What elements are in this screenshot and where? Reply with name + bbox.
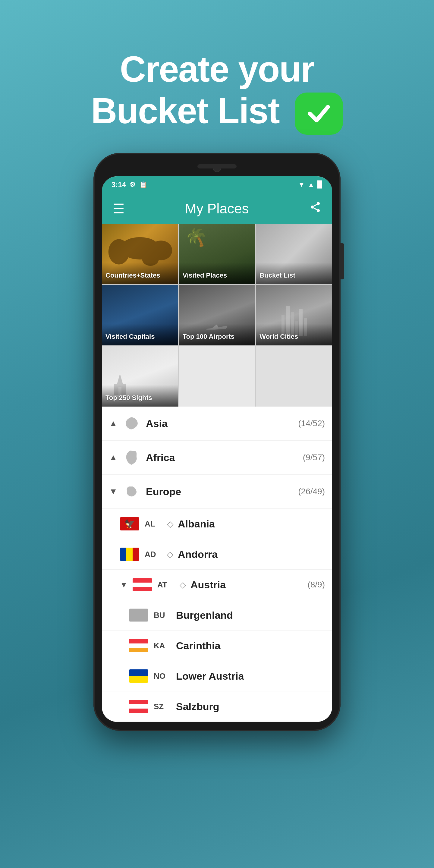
grid-item-airports[interactable]: Top 100 Airports xyxy=(179,285,255,345)
austria-diamond-icon: ◇ xyxy=(180,580,186,590)
hero-section: Create your Bucket List xyxy=(0,24,434,135)
lower-austria-name: Lower Austria xyxy=(176,670,325,682)
list-item-burgenland[interactable]: BU Burgenland xyxy=(102,600,332,630)
africa-name: Africa xyxy=(146,452,303,464)
svg-point-0 xyxy=(317,202,320,205)
svg-line-3 xyxy=(313,208,317,210)
carinthia-name: Carinthia xyxy=(176,640,325,652)
list-item-andorra[interactable]: AD ◇ Andorra xyxy=(102,539,332,569)
carinthia-code: KA xyxy=(154,641,172,650)
share-icon[interactable] xyxy=(309,201,321,216)
battery-icon: ▉ xyxy=(317,181,322,189)
grid-item-visited[interactable]: 🌴 Visited Places xyxy=(179,224,255,284)
grid-item-capitals[interactable]: Visited Capitals xyxy=(102,285,178,345)
list-item-albania[interactable]: AL ◇ Albania xyxy=(102,509,332,539)
list-item-europe[interactable]: ▼ Europe (26/49) xyxy=(102,475,332,509)
albania-flag xyxy=(120,517,139,530)
asia-arrow: ▲ xyxy=(109,418,118,428)
salzburg-code: SZ xyxy=(154,702,172,711)
asia-name: Asia xyxy=(146,418,298,430)
albania-diamond-icon: ◇ xyxy=(167,519,174,529)
phone-frame: 3:14 ⚙ 📋 ▼ ▲ ▉ ☰ My Places xyxy=(93,153,341,731)
sights-overlay: Top 250 Sights xyxy=(102,385,178,407)
burgenland-flag xyxy=(129,609,148,622)
cities-label: World Cities xyxy=(259,333,329,341)
carinthia-flag xyxy=(129,639,148,652)
grid-item-sights[interactable]: Top 250 Sights xyxy=(102,346,178,407)
europe-count: (26/49) xyxy=(298,487,325,496)
andorra-code: AD xyxy=(145,550,163,559)
capitals-overlay: Visited Capitals xyxy=(102,324,178,345)
wifi-icon: ▼ xyxy=(298,181,305,189)
airports-overlay: Top 100 Airports xyxy=(179,324,255,345)
grid-placeholder-1 xyxy=(179,346,255,407)
hero-title: Create your Bucket List xyxy=(0,48,434,135)
hero-line1: Create your xyxy=(120,49,314,89)
phone-speaker xyxy=(197,164,237,168)
albania-code: AL xyxy=(145,519,163,529)
europe-arrow: ▼ xyxy=(109,487,118,496)
africa-arrow: ▲ xyxy=(109,453,118,462)
austria-code: AT xyxy=(157,580,176,590)
andorra-flag xyxy=(120,548,139,561)
list-item-austria[interactable]: ▼ AT ◇ Austria (8/9) xyxy=(102,569,332,600)
bucket-overlay: Bucket List xyxy=(256,262,332,284)
austria-count: (8/9) xyxy=(307,580,325,590)
austria-flag xyxy=(133,578,152,591)
salzburg-name: Salzburg xyxy=(176,701,325,712)
grid-item-bucket[interactable]: Bucket List xyxy=(256,224,332,284)
hamburger-menu-icon[interactable]: ☰ xyxy=(113,201,124,216)
grid-item-cities[interactable]: World Cities xyxy=(256,285,332,345)
list-item-lower-austria[interactable]: NO Lower Austria xyxy=(102,661,332,691)
category-grid: Countries+States 🌴 Visited Places Bucket… xyxy=(102,224,332,407)
phone-mockup: 3:14 ⚙ 📋 ▼ ▲ ▉ ☰ My Places xyxy=(93,153,341,731)
salzburg-flag xyxy=(129,700,148,713)
asia-icon xyxy=(123,415,140,432)
signal-icon: ▲ xyxy=(308,181,314,189)
list-item-carinthia[interactable]: KA Carinthia xyxy=(102,630,332,661)
svg-point-1 xyxy=(311,206,314,209)
svg-line-4 xyxy=(313,204,317,207)
lower-austria-flag xyxy=(129,670,148,683)
checkmark-badge xyxy=(295,93,343,135)
albania-name: Albania xyxy=(178,518,325,530)
list-section: ▲ Asia (14/52) ▲ xyxy=(102,407,332,722)
grid-item-countries[interactable]: Countries+States xyxy=(102,224,178,284)
app-bar-title: My Places xyxy=(185,200,249,217)
cities-overlay: World Cities xyxy=(256,324,332,345)
asia-count: (14/52) xyxy=(298,418,325,428)
settings-icon: ⚙ xyxy=(130,181,135,189)
capitals-label: Visited Capitals xyxy=(105,333,175,341)
phone-top-bar xyxy=(102,162,332,172)
list-item-africa[interactable]: ▲ Africa (9/57) xyxy=(102,441,332,475)
burgenland-code: BU xyxy=(154,611,172,620)
lower-austria-code: NO xyxy=(154,672,172,681)
phone-screen: 3:14 ⚙ 📋 ▼ ▲ ▉ ☰ My Places xyxy=(102,176,332,722)
andorra-diamond-icon: ◇ xyxy=(167,550,174,559)
sights-label: Top 250 Sights xyxy=(105,394,175,402)
phone-side-button xyxy=(341,243,344,279)
grid-placeholder-2 xyxy=(256,346,332,407)
status-right: ▼ ▲ ▉ xyxy=(298,181,322,189)
africa-count: (9/57) xyxy=(303,453,325,462)
visited-overlay: Visited Places xyxy=(179,262,255,284)
airports-label: Top 100 Airports xyxy=(183,333,252,341)
hero-line2: Bucket List xyxy=(91,90,279,131)
status-left: 3:14 ⚙ 📋 xyxy=(112,181,147,189)
status-bar: 3:14 ⚙ 📋 ▼ ▲ ▉ xyxy=(102,176,332,193)
africa-icon xyxy=(123,449,140,466)
europe-icon xyxy=(123,483,140,500)
visited-label: Visited Places xyxy=(183,272,252,279)
app-bar: ☰ My Places xyxy=(102,193,332,224)
europe-name: Europe xyxy=(146,486,298,498)
andorra-name: Andorra xyxy=(178,549,325,560)
austria-name: Austria xyxy=(190,579,307,591)
countries-overlay: Countries+States xyxy=(102,262,178,284)
countries-label: Countries+States xyxy=(105,272,175,279)
list-item-asia[interactable]: ▲ Asia (14/52) xyxy=(102,407,332,441)
austria-arrow: ▼ xyxy=(120,580,129,590)
svg-point-2 xyxy=(317,209,320,212)
status-indicator: 📋 xyxy=(139,181,147,189)
burgenland-name: Burgenland xyxy=(176,610,325,621)
list-item-salzburg[interactable]: SZ Salzburg xyxy=(102,691,332,722)
